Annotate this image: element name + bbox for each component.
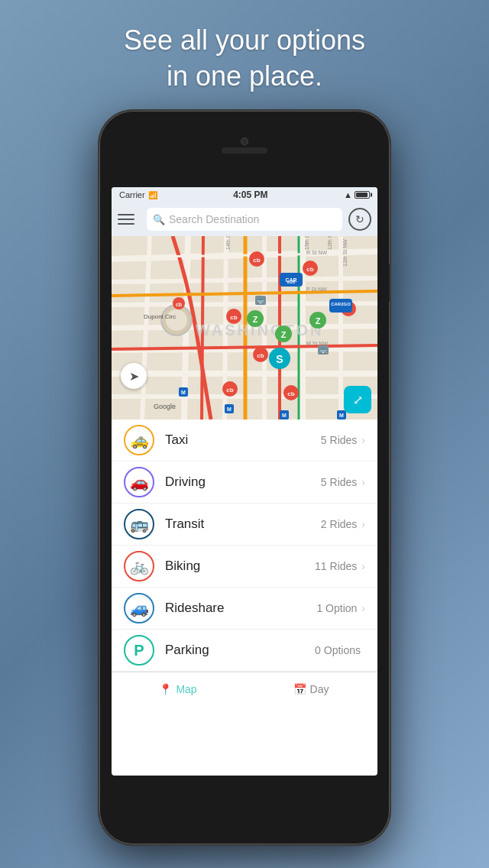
hamburger-line-3 — [118, 223, 134, 225]
transport-item-taxi[interactable]: 🚕Taxi5 Rides› — [112, 419, 377, 462]
svg-text:cb: cb — [287, 390, 294, 397]
phone-frame: Carrier 📶 4:05 PM ▲ 🔍 Search Destination — [99, 111, 390, 844]
status-bar: Carrier 📶 4:05 PM ▲ — [112, 187, 377, 202]
svg-text:P St NW: P St NW — [306, 287, 327, 292]
hamburger-line-2 — [118, 219, 134, 220]
transport-icon-taxi: 🚕 — [124, 425, 154, 455]
transport-item-rideshare[interactable]: 🚙Rideshare1 Option› — [112, 588, 377, 630]
chevron-icon-biking: › — [361, 560, 365, 572]
clock: 4:05 PM — [233, 189, 267, 200]
svg-text:cb: cb — [306, 266, 313, 273]
transport-count-parking: 0 Options — [315, 644, 361, 656]
wifi-icon: 📶 — [148, 191, 157, 199]
tab-map[interactable]: 📍Map — [112, 672, 244, 705]
phone-camera — [241, 138, 248, 145]
transport-count-rideshare: 1 Option — [316, 602, 357, 614]
battery-icon — [355, 191, 370, 199]
svg-text:M: M — [181, 390, 186, 395]
transport-label-rideshare: Rideshare — [165, 601, 316, 616]
svg-text:15th St NW: 15th St NW — [304, 236, 309, 250]
location-icon: ➤ — [129, 369, 139, 384]
transport-label-transit: Transit — [165, 517, 321, 532]
svg-text:cb: cb — [230, 314, 237, 321]
chevron-icon-driving: › — [361, 476, 365, 488]
transport-list: 🚕Taxi5 Rides›🚗Driving5 Rides›🚌Transit2 R… — [112, 419, 377, 672]
search-input[interactable]: 🔍 Search Destination — [147, 208, 342, 231]
svg-text:cb: cb — [257, 352, 264, 359]
chevron-icon-taxi: › — [361, 434, 365, 446]
navigation-icon: ▲ — [344, 190, 352, 199]
transport-item-transit[interactable]: 🚌Transit2 Rides› — [112, 504, 377, 546]
transport-label-biking: Biking — [165, 559, 315, 574]
svg-text:11th St NW: 11th St NW — [342, 239, 348, 267]
expand-map-button[interactable]: ⤢ — [344, 386, 371, 413]
svg-text:CAR2GO: CAR2GO — [331, 302, 351, 306]
transport-label-taxi: Taxi — [165, 432, 321, 448]
svg-text:S: S — [276, 353, 283, 365]
transport-icon-transit: 🚌 — [124, 509, 154, 539]
hamburger-line-1 — [118, 214, 134, 215]
svg-text:2GO: 2GO — [287, 280, 296, 284]
map-area[interactable]: 15th St NW 12th St NW 11th St NW 14th St… — [112, 236, 377, 419]
carrier-label: Carrier — [119, 190, 145, 199]
expand-icon: ⤢ — [353, 393, 363, 407]
refresh-button[interactable]: ↻ — [348, 208, 371, 231]
transport-icon-rideshare: 🚙 — [124, 593, 154, 623]
transport-count-biking: 11 Rides — [315, 560, 357, 572]
svg-text:M: M — [282, 413, 287, 418]
search-placeholder: Search Destination — [169, 213, 259, 225]
phone-speaker — [222, 147, 267, 154]
tab-bar: 📍Map📅Day — [112, 672, 377, 705]
transport-count-driving: 5 Rides — [321, 476, 357, 488]
tab-label-day: Day — [310, 683, 329, 695]
battery-fill — [356, 193, 368, 197]
svg-text:M St NW: M St NW — [306, 341, 328, 346]
svg-text:cb: cb — [253, 257, 260, 264]
power-button — [389, 264, 390, 302]
tagline: See all your options in one place. — [0, 23, 489, 95]
svg-text:Z: Z — [281, 330, 287, 339]
svg-text:🚌: 🚌 — [319, 346, 327, 354]
phone-screen: Carrier 📶 4:05 PM ▲ 🔍 Search Destination — [112, 187, 377, 776]
hamburger-button[interactable] — [118, 208, 141, 231]
svg-text:cb: cb — [226, 387, 233, 394]
svg-text:Z: Z — [316, 316, 321, 326]
transport-icon-parking: P — [124, 635, 154, 666]
transport-icon-driving: 🚗 — [124, 467, 154, 497]
search-icon: 🔍 — [153, 214, 165, 225]
svg-text:cb: cb — [176, 302, 182, 307]
svg-text:Dupont Circ: Dupont Circ — [144, 313, 176, 320]
tab-day[interactable]: 📅Day — [244, 672, 377, 705]
transport-item-biking[interactable]: 🚲Biking11 Rides› — [112, 546, 377, 588]
transport-label-parking: Parking — [165, 643, 315, 658]
svg-text:🚌: 🚌 — [257, 296, 264, 304]
status-left: Carrier 📶 — [119, 190, 157, 199]
transport-label-driving: Driving — [165, 474, 321, 490]
search-area: 🔍 Search Destination ↻ — [112, 202, 377, 236]
status-right: ▲ — [344, 190, 370, 199]
transport-item-driving[interactable]: 🚗Driving5 Rides› — [112, 462, 377, 504]
transport-count-transit: 2 Rides — [321, 518, 357, 530]
svg-text:M: M — [227, 406, 232, 412]
map-svg: 15th St NW 12th St NW 11th St NW 14th St… — [112, 236, 377, 419]
svg-text:Z: Z — [253, 315, 258, 324]
svg-text:14th St: 14th St — [225, 236, 231, 250]
transport-count-taxi: 5 Rides — [321, 434, 357, 446]
google-watermark: Google — [154, 403, 176, 410]
tagline-line2: in one place. — [167, 60, 322, 92]
svg-text:R St NW: R St NW — [306, 250, 328, 255]
tab-label-map: Map — [176, 683, 196, 695]
chevron-icon-transit: › — [361, 518, 365, 530]
transport-item-parking[interactable]: PParking0 Options — [112, 630, 377, 672]
tagline-line1: See all your options — [124, 24, 365, 56]
svg-text:M: M — [339, 413, 344, 418]
tab-icon-day: 📅 — [293, 683, 306, 695]
tab-icon-map: 📍 — [159, 683, 172, 695]
location-button[interactable]: ➤ — [121, 363, 147, 389]
chevron-icon-rideshare: › — [361, 602, 365, 614]
transport-icon-biking: 🚲 — [124, 551, 154, 581]
svg-text:12th St NW: 12th St NW — [327, 236, 332, 250]
